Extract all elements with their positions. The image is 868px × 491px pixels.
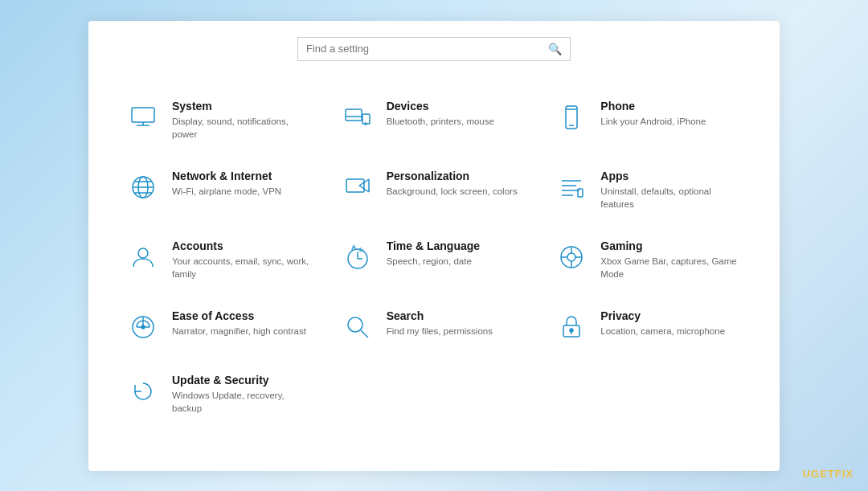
setting-item-ease[interactable]: Ease of Access Narrator, magnifier, high… xyxy=(113,295,327,359)
apps-icon xyxy=(554,170,589,205)
setting-desc-system: Display, sound, notifications, power xyxy=(172,115,314,141)
setting-title-privacy: Privacy xyxy=(600,309,725,322)
setting-text-accounts: Accounts Your accounts, email, sync, wor… xyxy=(172,239,314,280)
setting-item-network[interactable]: Network & Internet Wi-Fi, airplane mode,… xyxy=(113,155,327,225)
search-container: 🔍 xyxy=(113,37,755,61)
setting-text-phone: Phone Link your Android, iPhone xyxy=(600,100,706,128)
svg-line-41 xyxy=(361,330,368,338)
svg-rect-4 xyxy=(362,114,370,124)
setting-text-devices: Devices Bluetooth, printers, mouse xyxy=(387,100,494,128)
setting-title-system: System xyxy=(172,100,314,113)
setting-title-ease: Ease of Access xyxy=(172,309,306,322)
svg-point-24 xyxy=(138,248,148,258)
svg-text:あ: あ xyxy=(358,247,364,253)
setting-desc-ease: Narrator, magnifier, high contrast xyxy=(172,325,306,338)
setting-item-time[interactable]: Aあ Time & Language Speech, region, date xyxy=(327,225,542,295)
setting-title-gaming: Gaming xyxy=(600,239,743,252)
search-input[interactable] xyxy=(306,43,548,55)
accounts-icon xyxy=(125,239,161,275)
setting-title-time: Time & Language xyxy=(387,239,480,252)
setting-desc-accounts: Your accounts, email, sync, work, family xyxy=(172,255,314,280)
setting-desc-gaming: Xbox Game Bar, captures, Game Mode xyxy=(600,255,743,280)
setting-text-search: Search Find my files, permissions xyxy=(387,309,493,338)
setting-desc-update: Windows Update, recovery, backup xyxy=(172,389,314,415)
setting-text-gaming: Gaming Xbox Game Bar, captures, Game Mod… xyxy=(600,239,743,280)
setting-item-privacy[interactable]: Privacy Location, camera, microphone xyxy=(541,295,755,359)
setting-text-system: System Display, sound, notifications, po… xyxy=(172,100,314,141)
setting-item-accounts[interactable]: Accounts Your accounts, email, sync, wor… xyxy=(113,225,327,295)
setting-item-personalization[interactable]: Personalization Background, lock screen,… xyxy=(327,155,542,225)
setting-title-search: Search xyxy=(387,309,493,322)
setting-text-time: Time & Language Speech, region, date xyxy=(387,239,480,268)
system-icon xyxy=(125,100,161,135)
setting-title-network: Network & Internet xyxy=(172,170,281,182)
setting-title-devices: Devices xyxy=(387,100,494,113)
setting-item-devices[interactable]: Devices Bluetooth, printers, mouse xyxy=(327,85,542,155)
update-icon xyxy=(125,374,161,409)
setting-text-privacy: Privacy Location, camera, microphone xyxy=(600,309,725,338)
setting-desc-search: Find my files, permissions xyxy=(387,325,493,338)
svg-point-40 xyxy=(348,317,362,332)
ease-icon xyxy=(125,309,161,345)
svg-point-39 xyxy=(141,325,145,329)
setting-text-network: Network & Internet Wi-Fi, airplane mode,… xyxy=(172,170,281,198)
setting-title-phone: Phone xyxy=(600,100,706,113)
setting-desc-personalization: Background, lock screen, colors xyxy=(387,185,518,198)
setting-item-update[interactable]: Update & Security Windows Update, recove… xyxy=(113,359,327,429)
gaming-icon xyxy=(554,239,589,275)
setting-desc-privacy: Location, camera, microphone xyxy=(600,325,725,338)
time-icon: Aあ xyxy=(340,239,375,275)
watermark: UGETFIX xyxy=(803,468,854,480)
settings-grid: System Display, sound, notifications, po… xyxy=(113,85,755,430)
svg-point-6 xyxy=(365,123,366,125)
svg-rect-3 xyxy=(346,109,362,121)
setting-item-search[interactable]: Search Find my files, permissions xyxy=(327,295,542,359)
setting-text-personalization: Personalization Background, lock screen,… xyxy=(387,170,518,198)
setting-item-system[interactable]: System Display, sound, notifications, po… xyxy=(113,85,327,155)
search-icon: 🔍 xyxy=(548,43,562,55)
svg-point-43 xyxy=(570,329,573,332)
setting-desc-devices: Bluetooth, printers, mouse xyxy=(387,115,494,128)
privacy-icon xyxy=(554,309,589,345)
svg-text:A: A xyxy=(351,243,357,252)
setting-text-ease: Ease of Access Narrator, magnifier, high… xyxy=(172,309,306,338)
setting-desc-time: Speech, region, date xyxy=(387,255,480,268)
search-bar: 🔍 xyxy=(297,37,571,61)
search-icon xyxy=(340,309,375,345)
setting-item-gaming[interactable]: Gaming Xbox Game Bar, captures, Game Mod… xyxy=(541,225,755,295)
phone-icon xyxy=(554,100,589,135)
setting-text-update: Update & Security Windows Update, recove… xyxy=(172,374,314,415)
personalization-icon xyxy=(340,170,375,205)
setting-item-apps[interactable]: Apps Uninstall, defaults, optional featu… xyxy=(541,155,755,225)
setting-title-personalization: Personalization xyxy=(387,170,518,182)
setting-desc-phone: Link your Android, iPhone xyxy=(600,115,706,128)
svg-rect-15 xyxy=(346,179,364,192)
settings-window: 🔍 System Display, sound, notifications, … xyxy=(88,21,780,471)
svg-rect-0 xyxy=(132,108,154,122)
setting-title-update: Update & Security xyxy=(172,374,314,387)
setting-title-apps: Apps xyxy=(600,170,743,182)
svg-point-31 xyxy=(567,253,575,261)
setting-text-apps: Apps Uninstall, defaults, optional featu… xyxy=(600,170,743,211)
setting-title-accounts: Accounts xyxy=(172,239,314,252)
network-icon xyxy=(125,170,161,205)
setting-desc-apps: Uninstall, defaults, optional features xyxy=(600,185,743,211)
setting-desc-network: Wi-Fi, airplane mode, VPN xyxy=(172,185,281,198)
devices-icon xyxy=(340,100,375,135)
setting-item-phone[interactable]: Phone Link your Android, iPhone xyxy=(541,85,755,155)
